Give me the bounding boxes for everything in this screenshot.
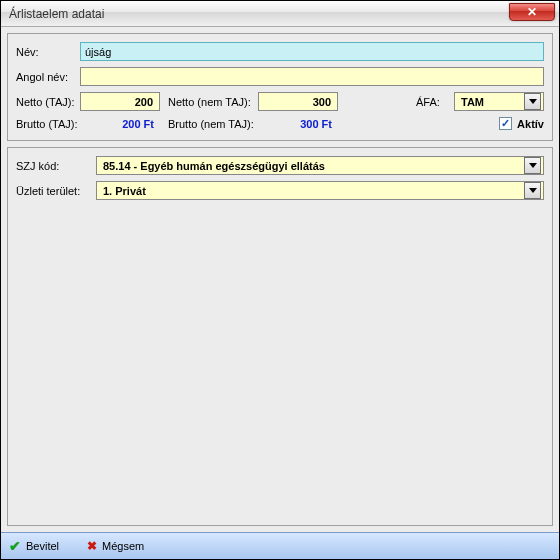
label-uzleti-terulet: Üzleti terület: [16, 185, 96, 197]
label-netto-nem-taj: Netto (nem TAJ): [168, 96, 258, 108]
label-aktiv: Aktív [517, 118, 544, 130]
uzleti-terulet-select[interactable]: 1. Privát [96, 181, 544, 200]
uzleti-dropdown-button[interactable] [524, 182, 541, 199]
megsem-button[interactable]: ✖ Mégsem [87, 539, 144, 553]
check-icon: ✔ [9, 538, 21, 554]
chevron-down-icon [529, 163, 537, 168]
content-area: Név: Angol név: Netto (TAJ): Netto (nem … [1, 27, 559, 532]
uzleti-terulet-value: 1. Privát [103, 185, 524, 197]
label-szj-kod: SZJ kód: [16, 160, 96, 172]
bevitel-button[interactable]: ✔ Bevitel [9, 538, 59, 554]
chevron-down-icon [529, 99, 537, 104]
label-brutto-nem-taj: Brutto (nem TAJ): [168, 118, 258, 130]
panel-main: Név: Angol név: Netto (TAJ): Netto (nem … [7, 33, 553, 141]
x-icon: ✖ [87, 539, 97, 553]
label-angol-nev: Angol név: [16, 71, 80, 83]
netto-nem-taj-input[interactable] [258, 92, 338, 111]
szj-kod-select[interactable]: 85.14 - Egyéb humán egészségügyi ellátás [96, 156, 544, 175]
szj-dropdown-button[interactable] [524, 157, 541, 174]
titlebar: Árlistaelem adatai ✕ [1, 1, 559, 27]
szj-kod-value: 85.14 - Egyéb humán egészségügyi ellátás [103, 160, 524, 172]
close-button[interactable]: ✕ [509, 3, 555, 21]
netto-taj-input[interactable] [80, 92, 160, 111]
panel-secondary: SZJ kód: 85.14 - Egyéb humán egészségügy… [7, 147, 553, 526]
label-brutto-taj: Brutto (TAJ): [16, 118, 80, 130]
megsem-label: Mégsem [102, 540, 144, 552]
close-icon: ✕ [527, 5, 537, 19]
checkbox-icon: ✓ [499, 117, 512, 130]
afa-select[interactable]: TAM [454, 92, 544, 111]
aktiv-checkbox[interactable]: ✓ Aktív [499, 117, 544, 130]
angol-nev-input[interactable] [80, 67, 544, 86]
bevitel-label: Bevitel [26, 540, 59, 552]
brutto-nem-taj-value: 300 Ft [258, 118, 338, 130]
label-afa: ÁFA: [416, 96, 454, 108]
statusbar: ✔ Bevitel ✖ Mégsem [1, 532, 559, 559]
nev-input[interactable] [80, 42, 544, 61]
afa-dropdown-button[interactable] [524, 93, 541, 110]
label-nev: Név: [16, 46, 80, 58]
brutto-taj-value: 200 Ft [80, 118, 160, 130]
label-netto-taj: Netto (TAJ): [16, 96, 80, 108]
afa-value: TAM [461, 96, 524, 108]
window-title: Árlistaelem adatai [9, 7, 104, 21]
chevron-down-icon [529, 188, 537, 193]
dialog-window: Árlistaelem adatai ✕ Név: Angol név: Net… [0, 0, 560, 560]
